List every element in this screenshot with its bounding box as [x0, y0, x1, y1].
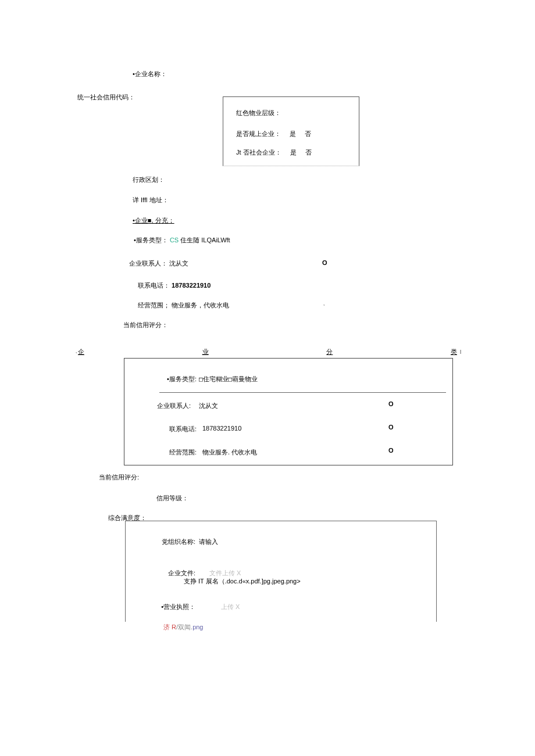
social-enterprise-text: Jt 否社会企业： — [236, 149, 281, 156]
service-type-rest: 住生随 ILQAiLWft — [179, 237, 230, 243]
cat-2: 业 — [202, 347, 209, 356]
category-header: 企 业 分 类 — [76, 347, 459, 357]
company-name-label: •企业名称： — [133, 70, 167, 78]
org-name-input[interactable]: 请输入 — [199, 538, 218, 546]
service-type-value-2: □住宅糊业□霸曼物业 — [199, 375, 258, 384]
contact-indicator-1: O — [322, 259, 327, 266]
footnote-part1: 济 R — [163, 624, 176, 630]
scope-label-1: 经营范围； — [138, 302, 170, 309]
classification-box: 红色物业层级： 是否规上企业： 是 否 Jt 否社会企业： 是 否 — [223, 96, 359, 166]
social-enterprise-no[interactable]: 否 — [305, 148, 312, 157]
phone-value-1: 18783221910 — [172, 282, 211, 289]
admin-division-label: 行政区划： — [133, 175, 165, 184]
contact-row-1: 企业联系人： 沈从文 — [129, 259, 188, 268]
social-enterprise-yes[interactable]: 是 — [290, 148, 297, 157]
file-upload-hint: 支挣 IT 展名（.doc.d«x.pdf.]pg.jpeg.png> — [184, 577, 301, 586]
scope-value-2: 物业服务. 代收水电 — [202, 448, 257, 457]
red-property-level-label: 红色物业层级： — [236, 109, 281, 117]
uscc-label: 统一社会信用代码： — [77, 93, 135, 102]
phone-row-1: 联系电话： 18783221910 — [138, 281, 211, 290]
contact-value-2: 沈从文 — [199, 402, 218, 410]
cat-1: 企 — [78, 347, 84, 356]
separator-line — [159, 392, 446, 393]
cat-3: 分 — [326, 347, 333, 356]
is-above-scale-label: 是否规上企业： 是 否 — [236, 130, 311, 138]
phone-value-2: 18783221910 — [202, 425, 241, 432]
footnote-part3: png — [192, 624, 203, 630]
credit-score-label-1: 当前信用评分： — [123, 321, 168, 329]
cat-right-mark: | — [460, 349, 461, 354]
scope-indicator-2: O — [388, 447, 394, 454]
service-type-label: •服务类型： — [134, 237, 168, 243]
above-scale-yes[interactable]: 是 — [290, 130, 296, 138]
scope-label-2: 经营范围: — [150, 448, 197, 457]
phone-label-2: 联系电话: — [150, 425, 197, 433]
service-type-label-2: •服务类型: — [150, 375, 197, 384]
is-social-enterprise-label: Jt 否社会企业： 是 否 — [236, 148, 312, 157]
phone-label-1: 联系电话： — [138, 282, 170, 289]
contact-indicator-2: O — [388, 400, 394, 407]
file-upload-button[interactable]: 文件上传 X — [209, 569, 241, 578]
attachment-box: 党组织名称: 请输入 企业文件: 文件上传 X 支挣 IT 展名（.doc.d«… — [125, 521, 437, 622]
cat-4: 类 — [451, 347, 457, 356]
scope-dot: , — [323, 301, 324, 306]
above-scale-no[interactable]: 否 — [305, 130, 311, 138]
business-license-label: •营业执照： — [137, 603, 195, 611]
scope-value-1: 物业服务，代收水电 — [172, 302, 229, 309]
license-upload-button[interactable]: 上传 X — [221, 603, 240, 611]
contact-label-2: 企业联系人: — [144, 402, 191, 410]
footnote: 济 R/双闻.png — [163, 623, 203, 632]
enterprise-detail-box: •服务类型: □住宅糊业□霸曼物业 企业联系人: 沈从文 O 联系电话: 187… — [124, 358, 453, 465]
service-type-row: •服务类型： CS 住生随 ILQAiLWft — [134, 236, 230, 245]
detail-address-label: 详 Iffl 地址： — [133, 196, 169, 205]
org-name-label: 党组织名称: — [137, 538, 195, 546]
enterprise-classify-label: •企业■, 分充； — [133, 216, 174, 225]
scope-row-1: 经营范围； 物业服务，代收水电 — [138, 301, 229, 310]
above-scale-text: 是否规上企业： — [236, 130, 281, 137]
service-type-prefix: CS — [170, 237, 179, 243]
credit-score-label-2: 当前信用评分: — [99, 473, 139, 482]
contact-value-1: 沈从文 — [169, 260, 188, 267]
phone-indicator-2: O — [388, 424, 394, 431]
credit-level-label: 信用等级： — [156, 494, 188, 503]
footnote-part2: /双闻. — [176, 624, 192, 630]
enterprise-file-label: 企业文件: — [137, 569, 195, 578]
contact-label-1: 企业联系人： — [129, 260, 167, 267]
